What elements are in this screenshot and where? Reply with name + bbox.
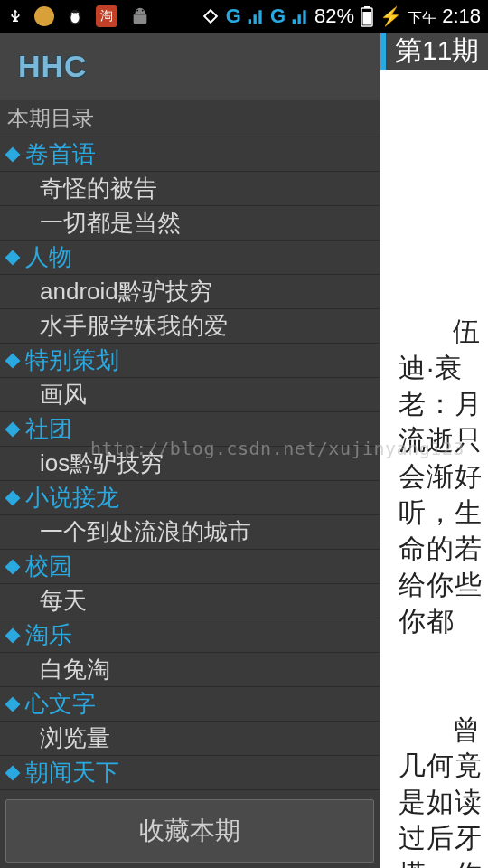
network-type-1: G (226, 5, 241, 28)
diamond-icon (5, 559, 21, 574)
signal-icon-1 (247, 7, 265, 25)
network-type-2: G (270, 5, 286, 28)
svg-point-5 (142, 10, 144, 12)
svg-point-4 (136, 10, 138, 12)
toc-section[interactable]: 校园 (0, 550, 380, 584)
toc-section[interactable]: 社团 (0, 412, 380, 447)
bottom-button-wrap: 收藏本期 (0, 794, 380, 868)
toc-article[interactable]: 画风 (0, 378, 380, 412)
article-paragraph: 曾几何竟是如读过后牙塔。你所愿新生说 (399, 712, 488, 868)
toc-list[interactable]: 卷首语奇怪的被告一切都是当然人物android黔驴技穷水手服学妹我的爱特别策划画… (0, 137, 380, 794)
svg-rect-8 (363, 12, 371, 25)
toc-section[interactable]: 朝闻天下 (0, 756, 380, 790)
svg-rect-7 (364, 6, 370, 8)
battery-percentage: 82% (314, 5, 354, 28)
diamond-icon (5, 146, 21, 162)
diamond-icon (5, 696, 21, 712)
diamond-icon (5, 421, 21, 437)
uc-browser-icon (34, 6, 54, 26)
diamond-icon (5, 250, 21, 265)
toc-section-title: 淘乐 (25, 619, 72, 651)
toc-section-title: 人物 (25, 241, 72, 273)
toc-article[interactable]: 每天 (0, 584, 380, 618)
battery-icon (360, 5, 374, 27)
svg-point-3 (76, 13, 79, 15)
signal-icon-2 (291, 7, 309, 25)
collect-issue-button[interactable]: 收藏本期 (5, 799, 374, 863)
usb-icon (7, 6, 23, 26)
toc-section-title: 特别策划 (25, 344, 119, 376)
sidebar-drawer: HHC 本期目录 卷首语奇怪的被告一切都是当然人物android黔驴技穷水手服学… (0, 33, 380, 868)
taobao-icon: 淘 (96, 5, 117, 27)
qq-icon (65, 5, 85, 28)
diamond-icon (5, 490, 21, 505)
wifi-icon (201, 6, 221, 26)
toc-article[interactable]: android黔驴技穷 (0, 275, 380, 309)
toc-article[interactable]: ios黔驴技穷 (0, 447, 380, 481)
toc-section-title: 心文字 (25, 688, 96, 720)
content-pane[interactable]: 第11期 伍迪·衰老：月流逝只会渐好听，生命的若给你些你都 曾几何竟是如读过后牙… (380, 33, 488, 868)
svg-point-2 (71, 13, 74, 15)
diamond-icon (5, 765, 21, 780)
toc-article[interactable]: 白兔淘 (0, 653, 380, 687)
toc-section-title: 社团 (25, 413, 72, 445)
diamond-icon (5, 627, 21, 643)
app-container: HHC 本期目录 卷首语奇怪的被告一切都是当然人物android黔驴技穷水手服学… (0, 33, 488, 868)
toc-section-title: 朝闻天下 (25, 757, 119, 788)
toc-section-title: 校园 (25, 551, 72, 582)
toc-section[interactable]: 淘乐 (0, 618, 380, 653)
toc-article[interactable]: 一个到处流浪的城市 (0, 515, 380, 550)
toc-section[interactable]: 小说接龙 (0, 481, 380, 515)
diamond-icon (5, 353, 21, 368)
status-time: 下午 2:18 (408, 5, 481, 28)
toc-article[interactable]: 奇怪的被告 (0, 172, 380, 206)
app-logo: HHC (18, 49, 88, 84)
android-icon (128, 6, 152, 26)
toc-section[interactable]: 人物 (0, 241, 380, 275)
article-paragraph: 伍迪·衰老：月流逝只会渐好听，生命的若给你些你都 (399, 314, 488, 639)
toc-article[interactable]: 浏览量 (0, 722, 380, 756)
toc-section[interactable]: 卷首语 (0, 137, 380, 172)
toc-article[interactable]: 水手服学妹我的爱 (0, 309, 380, 344)
toc-title: 本期目录 (0, 100, 380, 137)
issue-title: 第11期 (380, 33, 488, 70)
android-status-bar: 淘 G G 82% ⚡ 下午 2:18 (0, 0, 488, 33)
article-body[interactable]: 伍迪·衰老：月流逝只会渐好听，生命的若给你些你都 曾几何竟是如读过后牙塔。你所愿… (380, 70, 488, 868)
toc-section[interactable]: 心文字 (0, 687, 380, 722)
charging-icon: ⚡ (380, 5, 402, 27)
toc-section-title: 小说接龙 (25, 482, 119, 514)
toc-section[interactable]: 特别策划 (0, 344, 380, 378)
toc-section-title: 卷首语 (25, 138, 96, 170)
app-header: HHC (0, 33, 380, 100)
toc-article[interactable]: 一切都是当然 (0, 206, 380, 241)
